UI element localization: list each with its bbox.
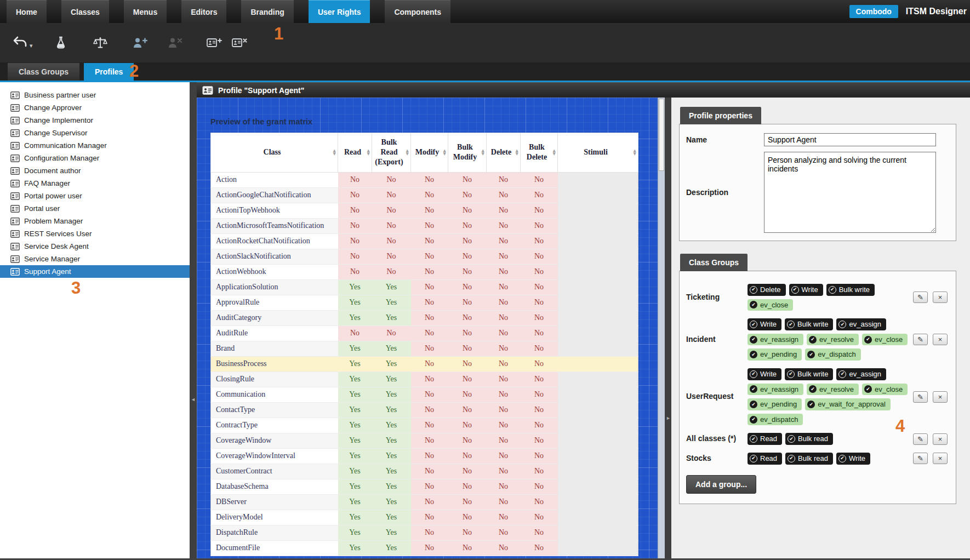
compare-scales-button[interactable] (89, 31, 112, 55)
edit-group-button[interactable]: ✎ (913, 433, 928, 445)
remove-group-button[interactable]: × (933, 334, 948, 345)
grant-badge-ev-dispatch[interactable]: ✔ev_dispatch (805, 348, 860, 361)
nav-tab-home[interactable]: Home (7, 0, 47, 23)
collapse-sidebar-arrow-icon[interactable]: ◄ (191, 397, 196, 402)
grant-badge-bulk-write[interactable]: ✔Bulk write (785, 368, 833, 380)
panel-splitter[interactable]: ► (665, 98, 671, 558)
matrix-column-header-modify[interactable]: Modify▲▼ (411, 133, 448, 173)
matrix-column-header-read[interactable]: Read▲▼ (338, 133, 372, 173)
matrix-row-actionslacknotification[interactable]: ActionSlackNotificationNoNoNoNoNoNo (211, 249, 638, 264)
matrix-scrollbar-thumb[interactable] (659, 99, 664, 171)
grant-badge-ev-close[interactable]: ✔ev_close (862, 334, 908, 346)
sidebar-item-rest-services-user[interactable]: REST Services User (0, 227, 190, 240)
matrix-row-databaseschema[interactable]: DatabaseSchemaYesYesNoNoNoNo (211, 479, 638, 494)
grant-badge-ev-close[interactable]: ✔ev_close (862, 384, 908, 396)
matrix-row-businessprocess[interactable]: BusinessProcessYesYesNoNoNoNo (211, 356, 638, 372)
remove-group-button[interactable]: × (933, 433, 948, 445)
edit-group-button[interactable]: ✎ (913, 391, 928, 403)
grant-badge-ev-dispatch[interactable]: ✔ev_dispatch (748, 414, 803, 426)
matrix-column-header-delete[interactable]: Delete▲▼ (487, 133, 521, 173)
matrix-row-communication[interactable]: CommunicationYesYesNoNoNoNo (211, 387, 638, 402)
sidebar-item-service-desk-agent[interactable]: Service Desk Agent (0, 240, 190, 253)
grant-badge-bulk-write[interactable]: ✔Bulk write (785, 318, 833, 330)
grant-badge-bulk-read[interactable]: ✔Bulk read (785, 433, 833, 445)
matrix-row-actionmicrosoftteamsnotification[interactable]: ActionMicrosoftTeamsNotificationNoNoNoNo… (211, 218, 638, 233)
matrix-row-documentfile[interactable]: DocumentFileYesYesNoNoNoNo (211, 540, 638, 556)
undo-button[interactable] (9, 31, 32, 55)
matrix-row-action[interactable]: ActionNoNoNoNoNoNo (211, 172, 638, 187)
nav-tab-editors[interactable]: Editors (181, 0, 226, 23)
grant-badge-ev-close[interactable]: ✔ev_close (748, 299, 793, 311)
sidebar-splitter[interactable]: ◄ (190, 82, 197, 558)
profile-description-textarea[interactable]: Person analyzing and solving the current… (764, 152, 936, 233)
link-user-remove-button[interactable] (163, 31, 186, 55)
sidebar-item-change-implementor[interactable]: Change Implementor (0, 114, 190, 127)
grant-badge-ev-pending[interactable]: ✔ev_pending (748, 348, 802, 361)
nav-tab-components[interactable]: Components (385, 0, 450, 23)
grant-badge-read[interactable]: ✔Read (748, 453, 782, 465)
sidebar-item-configuration-manager[interactable]: Configuration Manager (0, 152, 190, 164)
sidebar-item-business-partner-user[interactable]: Business partner user (0, 89, 190, 101)
grant-badge-write[interactable]: ✔Write (748, 318, 781, 330)
test-flask-button[interactable] (49, 31, 72, 55)
grant-badge-delete[interactable]: ✔Delete (748, 284, 786, 296)
matrix-row-brand[interactable]: BrandYesYesNoNoNoNo (211, 341, 638, 356)
remove-group-button[interactable]: × (933, 391, 948, 403)
matrix-column-header-class[interactable]: Class▲▼ (211, 133, 338, 173)
grant-badge-ev-assign[interactable]: ✔ev_assign (836, 318, 886, 330)
grant-badge-ev-resolve[interactable]: ✔ev_resolve (807, 334, 859, 346)
matrix-row-actionwebhook[interactable]: ActionWebhookNoNoNoNoNoNo (211, 264, 638, 279)
grant-badge-read[interactable]: ✔Read (748, 433, 782, 445)
sidebar-item-portal-power-user[interactable]: Portal power user (0, 190, 190, 202)
grant-badge-bulk-read[interactable]: ✔Bulk read (785, 453, 833, 465)
sidebar-item-faq-manager[interactable]: FAQ Manager (0, 177, 190, 190)
matrix-row-auditcategory[interactable]: AuditCategoryYesYesNoNoNoNo (211, 310, 638, 325)
grant-badge-ev-wait-for-approval[interactable]: ✔ev_wait_for_approval (805, 398, 891, 410)
profile-add-button[interactable] (203, 31, 226, 55)
matrix-row-applicationsolution[interactable]: ApplicationSolutionYesYesNoNoNoNo (211, 279, 638, 295)
matrix-row-contacttype[interactable]: ContactTypeYesYesNoNoNoNo (211, 402, 638, 418)
matrix-row-contracttype[interactable]: ContractTypeYesYesNoNoNoNo (211, 418, 638, 433)
add-group-button[interactable]: Add a group... (686, 475, 756, 494)
matrix-row-coveragewindowinterval[interactable]: CoverageWindowIntervalYesYesNoNoNoNo (211, 448, 638, 464)
collapse-panel-arrow-icon[interactable]: ► (666, 415, 671, 421)
profile-name-input[interactable] (764, 133, 936, 146)
sidebar-item-support-agent[interactable]: Support Agent (0, 265, 190, 278)
sidebar-item-change-approver[interactable]: Change Approver (0, 101, 190, 114)
matrix-column-header-bulk-read-export[interactable]: Bulk Read (Export)▲▼ (372, 133, 411, 173)
matrix-row-closingrule[interactable]: ClosingRuleYesYesNoNoNoNo (211, 372, 638, 387)
sidebar-item-communication-manager[interactable]: Communication Manager (0, 139, 190, 152)
grant-badge-write[interactable]: ✔Write (748, 368, 781, 380)
remove-group-button[interactable]: × (933, 292, 948, 303)
nav-tab-classes[interactable]: Classes (61, 0, 109, 23)
matrix-row-actiongooglechatnotification[interactable]: ActionGoogleChatNotificationNoNoNoNoNoNo (211, 187, 638, 203)
nav-tab-user-rights[interactable]: User Rights (309, 0, 370, 23)
subtab-profiles[interactable]: Profiles (84, 63, 134, 81)
undo-dropdown-caret-icon[interactable]: ▾ (30, 42, 33, 49)
sidebar-item-change-supervisor[interactable]: Change Supervisor (0, 127, 190, 139)
profile-remove-button[interactable] (228, 31, 251, 55)
grant-badge-ev-reassign[interactable]: ✔ev_reassign (748, 384, 803, 396)
edit-group-button[interactable]: ✎ (913, 292, 928, 303)
grant-badge-write[interactable]: ✔Write (836, 453, 870, 465)
grant-badge-ev-assign[interactable]: ✔ev_assign (836, 368, 886, 380)
subtab-class-groups[interactable]: Class Groups (8, 63, 79, 81)
link-user-add-button[interactable] (128, 31, 151, 55)
matrix-row-auditrule[interactable]: AuditRuleNoNoNoNoNoNo (211, 325, 638, 341)
edit-group-button[interactable]: ✎ (913, 334, 928, 345)
nav-tab-menus[interactable]: Menus (124, 0, 167, 23)
grant-badge-ev-reassign[interactable]: ✔ev_reassign (748, 334, 803, 346)
sidebar-item-document-author[interactable]: Document author (0, 164, 190, 177)
sidebar-item-problem-manager[interactable]: Problem Manager (0, 215, 190, 227)
matrix-row-coveragewindow[interactable]: CoverageWindowYesYesNoNoNoNo (211, 433, 638, 448)
matrix-row-actionrocketchatnotification[interactable]: ActionRocketChatNotificationNoNoNoNoNoNo (211, 233, 638, 249)
matrix-row-actionitopwebhook[interactable]: ActioniTopWebhookNoNoNoNoNoNo (211, 203, 638, 218)
grant-badge-ev-pending[interactable]: ✔ev_pending (748, 398, 802, 410)
grant-badge-write[interactable]: ✔Write (789, 284, 823, 296)
matrix-row-customercontract[interactable]: CustomerContractYesYesNoNoNoNo (211, 464, 638, 479)
matrix-column-header-bulk-modify[interactable]: Bulk Modify▲▼ (448, 133, 487, 173)
edit-group-button[interactable]: ✎ (913, 453, 928, 464)
matrix-column-header-stimuli[interactable]: Stimuli▲▼ (558, 133, 638, 173)
remove-group-button[interactable]: × (933, 453, 948, 464)
sidebar-item-portal-user[interactable]: Portal user (0, 202, 190, 215)
